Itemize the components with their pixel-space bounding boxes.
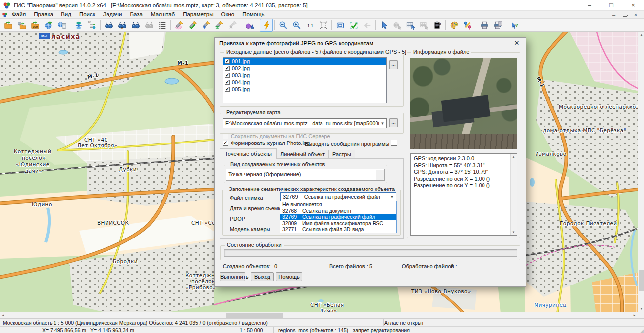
browse-files-button[interactable]: ... [389,60,398,69]
resize-grip[interactable]: ◢ [640,328,644,333]
dbm-pointer-icon[interactable]: DBM [417,19,430,32]
exit-button[interactable]: Выход [251,272,274,281]
fast-draw-icon[interactable] [260,19,273,32]
zoom-in-icon[interactable] [290,19,303,32]
scroll-down-icon[interactable]: ▼ [638,306,644,312]
file-checkbox[interactable] [225,87,230,92]
menu-задачи[interactable]: Задачи [99,11,126,18]
chevron-down-icon[interactable]: ▼ [379,121,386,126]
menu-окно[interactable]: Окно [217,11,238,18]
maximize-button[interactable]: □ [600,0,622,11]
dropdown-option[interactable]: 32809Имя файла классификатора RSC [280,220,396,227]
open-map-icon[interactable] [1,19,15,32]
open-geodb-icon[interactable] [15,19,28,32]
find-selected-icon[interactable] [142,19,156,32]
photo-file-semantic-combo[interactable]: 32769 Ссылка на графический файл ▼ [280,192,396,201]
menu-помощь[interactable]: Помощь [238,11,268,18]
select-area-icon[interactable] [172,19,186,32]
file-list[interactable]: 001.jpg002.jpg003.jpg004.jpg005.jpg [223,57,387,103]
scale-panel[interactable]: 1 : 50 000 [229,327,274,333]
map-layers-icon[interactable] [72,19,85,32]
dropdown-option[interactable]: Не выполняется [280,201,396,208]
mdi-restore-button[interactable] [619,11,630,18]
menu-база[interactable]: База [126,11,146,18]
file-checkbox[interactable] [225,73,230,78]
apply-check-icon[interactable] [347,19,360,32]
hscroll-thumb[interactable] [226,313,283,318]
map-horizontal-scrollbar[interactable]: ◄ ► [0,312,638,318]
table-pointer-icon[interactable] [404,19,417,32]
open-project-icon[interactable] [55,19,68,32]
save-docs-checkbox[interactable] [223,134,228,139]
map-vertical-scrollbar[interactable]: ▲ ▼ [638,32,644,312]
view-3d-icon[interactable] [243,19,256,32]
dialog-title-bar[interactable]: Привязка к карте фотографий JPEG по GPS-… [215,38,526,49]
dropdown-option[interactable]: 32769Ссылка на графический файл [280,214,396,220]
measure-icon[interactable] [461,19,474,32]
mdi-minimize-button[interactable]: – [608,11,619,18]
vscroll-thumb[interactable] [639,270,644,291]
save-docs-checkbox-row[interactable]: Сохранять документы на ГИС Сервере [223,133,330,139]
scroll-left-icon[interactable]: ◄ [0,312,6,318]
browse-map-button[interactable]: ... [389,118,398,127]
gps-scroll-up-icon[interactable]: ▲ [511,154,516,160]
select-apply-icon[interactable] [186,19,199,32]
note-a-icon[interactable]: a [430,19,444,32]
file-list-item[interactable]: 004.jpg [223,79,386,86]
edited-map-combo[interactable]: E:\Московская обла\ru-mos.mptz - data_ru… [223,118,387,128]
pointer-icon[interactable] [377,19,390,32]
tab-rasters[interactable]: Растры [328,150,355,159]
open-dbm-icon[interactable]: DBM [28,19,42,32]
zoom-1-1-icon[interactable]: 1:1 [303,19,317,32]
open-internet-icon[interactable] [42,19,55,32]
chevron-down-icon[interactable]: ▼ [388,195,396,199]
mdi-close-button[interactable]: × [630,11,641,18]
file-list-item[interactable]: 001.jpg [223,58,386,65]
execute-button[interactable]: Выполнить [220,272,245,281]
find-more-icon[interactable]: ... [129,19,142,32]
print-icon[interactable] [478,19,491,32]
file-checkbox[interactable] [225,80,230,85]
file-list-item[interactable]: 003.jpg [223,72,386,79]
minimize-button[interactable]: – [579,0,600,11]
gps-info-box[interactable]: ▲ ▼ GPS: код версии 2.3.0.0GPS: Широта =… [410,153,517,236]
menu-правка[interactable]: Правка [30,11,57,18]
back-arrow-icon[interactable] [360,19,374,32]
log-checkbox-row[interactable]: Формировать журнал Photo.log [223,140,310,146]
point-type-field[interactable]: Точка черная (Оформление) [226,169,385,181]
help-button[interactable]: Помощь [276,272,302,281]
menu-поиск[interactable]: Поиск [75,11,99,18]
find-icon[interactable] [102,19,115,32]
scroll-up-icon[interactable]: ▲ [638,32,644,38]
find-text-icon[interactable]: a [115,19,129,32]
dropdown-option[interactable]: 32771Ссылка на файл 3D-вида [280,226,396,233]
file-list-item[interactable]: 002.jpg [223,65,386,72]
menu-файл[interactable]: Файл [8,11,30,18]
file-checkbox[interactable] [225,66,230,71]
object-list-icon[interactable] [156,19,169,32]
select-add-icon[interactable] [199,19,213,32]
log-checkbox[interactable] [223,141,228,146]
tab-linear-object[interactable]: Линейный объект [276,150,329,159]
close-button[interactable]: × [622,0,644,11]
select-layers-icon[interactable] [213,19,226,32]
scroll-right-icon[interactable]: ► [631,312,638,318]
map-legend-icon[interactable]: + [85,19,99,32]
print-report-icon[interactable] [491,19,504,32]
zoom-fit-icon[interactable] [317,19,330,32]
zoom-out-icon[interactable] [276,19,290,32]
menu-вид[interactable]: Вид [57,11,75,18]
globe-pointer-icon[interactable] [390,19,404,32]
palette-icon[interactable] [447,19,461,32]
map-frame-icon[interactable] [333,19,347,32]
file-list-item[interactable]: 005.jpg [223,86,386,93]
gps-scroll-down-icon[interactable]: ▼ [511,229,516,235]
dialog-close-icon[interactable]: ✕ [513,39,521,47]
point-type-picker-button[interactable] [376,170,384,180]
messages-checkbox[interactable] [391,140,397,146]
file-checkbox[interactable] [225,59,230,64]
menu-масштаб[interactable]: Масштаб [147,11,179,18]
menu-параметры[interactable]: Параметры [179,11,217,18]
semantic-dropdown-list[interactable]: Не выполняется32768Ссылка на документ327… [280,201,397,233]
select-clear-icon[interactable] [226,19,239,32]
